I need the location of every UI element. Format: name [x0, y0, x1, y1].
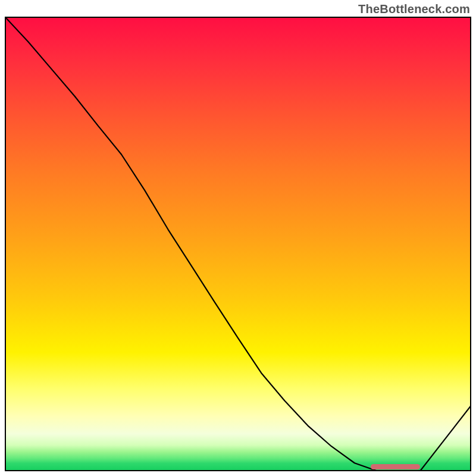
chart-curve [5, 17, 471, 471]
chart-container [5, 17, 471, 471]
optimal-range-marker [371, 464, 419, 469]
watermark-text: TheBottleneck.com [358, 2, 470, 16]
